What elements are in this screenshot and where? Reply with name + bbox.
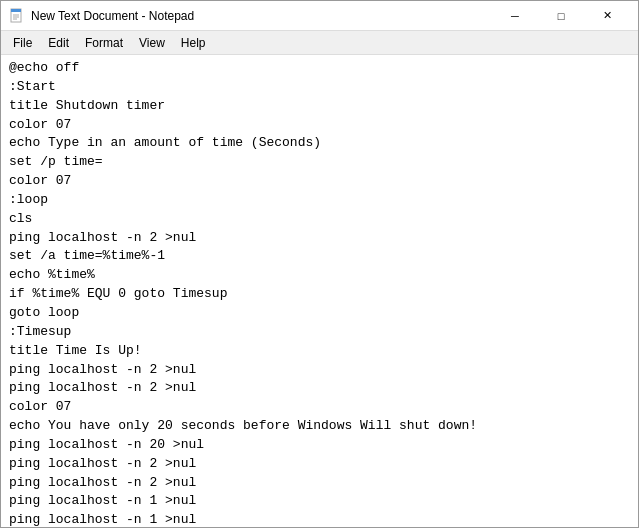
menu-file[interactable]: File xyxy=(5,34,40,52)
menu-view[interactable]: View xyxy=(131,34,173,52)
notepad-window: New Text Document - Notepad ─ □ ✕ File E… xyxy=(0,0,639,528)
titlebar: New Text Document - Notepad ─ □ ✕ xyxy=(1,1,638,31)
app-icon xyxy=(9,8,25,24)
menubar: File Edit Format View Help xyxy=(1,31,638,55)
titlebar-buttons: ─ □ ✕ xyxy=(492,1,630,31)
titlebar-title: New Text Document - Notepad xyxy=(31,9,492,23)
menu-edit[interactable]: Edit xyxy=(40,34,77,52)
minimize-button[interactable]: ─ xyxy=(492,1,538,31)
svg-rect-1 xyxy=(11,9,21,12)
menu-help[interactable]: Help xyxy=(173,34,214,52)
close-button[interactable]: ✕ xyxy=(584,1,630,31)
menu-format[interactable]: Format xyxy=(77,34,131,52)
text-editor[interactable]: @echo off :Start title Shutdown timer co… xyxy=(1,55,638,527)
maximize-button[interactable]: □ xyxy=(538,1,584,31)
